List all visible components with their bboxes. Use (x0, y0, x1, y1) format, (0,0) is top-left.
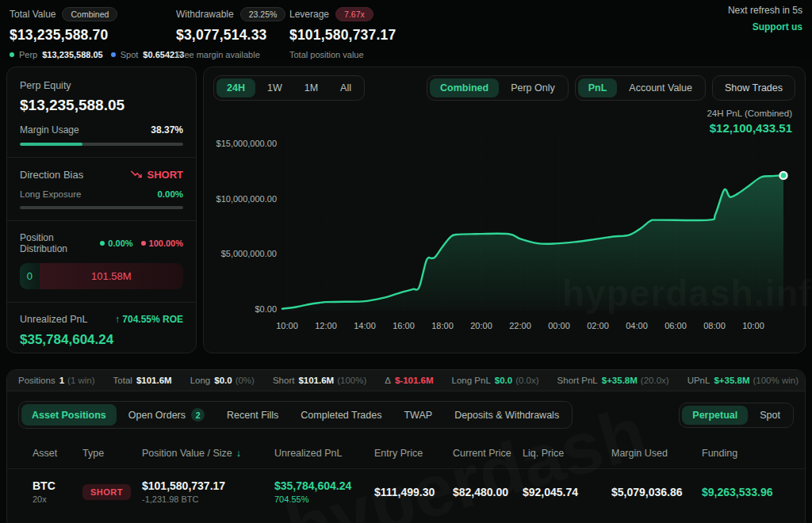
leverage-label: Leverage (289, 9, 329, 20)
distribution-short-segment: 101.58M (40, 263, 183, 289)
direction-bias-label: Direction Bias (20, 169, 83, 181)
col-unrealized-pnl[interactable]: Unrealized PnL (274, 448, 374, 459)
x-axis-tick: 14:00 (354, 321, 376, 330)
summary-label: Short PnL (557, 376, 598, 385)
col-funding[interactable]: Funding (702, 448, 792, 459)
col-position-value[interactable]: Position Value / Size↓ (142, 448, 274, 459)
x-axis-tick: 00:00 (548, 321, 570, 330)
metric-account-value[interactable]: Account Value (619, 78, 703, 97)
position-value: $101,580,737.17 (142, 479, 274, 492)
open-orders-count-badge: 2 (191, 408, 205, 422)
total-value-label: Total Value (10, 9, 56, 20)
short-type-badge: SHORT (82, 484, 131, 500)
metric-selector: PnL Account Value (575, 75, 706, 101)
summary-extra: (0%) (236, 376, 255, 385)
divider (7, 220, 196, 221)
summary-label: Short (273, 376, 295, 385)
positions-table-header: Asset Type Position Value / Size↓ Unreal… (7, 437, 805, 469)
col-type[interactable]: Type (82, 448, 142, 459)
perp-dot-icon (10, 52, 14, 57)
top-stats-bar: Total Value Combined $13,235,588.70 Perp… (0, 0, 812, 60)
tab-twap[interactable]: TWAP (393, 404, 442, 426)
y-axis-tick: $10,000,000.00 (216, 194, 277, 204)
tab-asset-positions[interactable]: Asset Positions (21, 404, 117, 426)
y-axis-tick: $15,000,000.00 (216, 139, 277, 148)
tab-open-orders[interactable]: Open Orders2 (118, 404, 215, 426)
summary-value: $0.0 (495, 376, 512, 385)
roe-value: 704.55% ROE (122, 314, 183, 325)
row-unrealized-pnl: $35,784,604.24 (274, 479, 374, 492)
tab-deposits-withdrawals[interactable]: Deposits & Withdrawals (444, 404, 569, 426)
asset-leverage: 20x (33, 494, 82, 504)
latest-point-marker (779, 172, 787, 179)
short-dot-icon (141, 241, 146, 246)
timeframe-1w[interactable]: 1W (257, 78, 293, 97)
tab-perpetual[interactable]: Perpetual (682, 406, 748, 425)
withdrawable-group: Withdrawable 23.25% $3,077,514.33 Free m… (176, 7, 285, 59)
perp-value: $13,235,588.05 (42, 50, 102, 59)
timeframe-all[interactable]: All (330, 78, 362, 97)
withdrawable-pct-badge: 23.25% (240, 7, 286, 21)
row-entry-price: $111,499.30 (374, 486, 453, 498)
positions-panel: Positions1(1 win) Total$101.6M Long$0.0(… (6, 369, 806, 523)
perp-equity-label: Perp Equity (20, 80, 183, 91)
summary-label: Positions (18, 376, 56, 385)
leverage-sub: Total position value (289, 50, 396, 59)
col-margin-used[interactable]: Margin Used (611, 448, 702, 459)
summary-extra: (100%) (337, 376, 366, 385)
tab-completed-trades[interactable]: Completed Trades (290, 404, 392, 426)
row-funding: $9,263,533.96 (702, 486, 792, 498)
tab-spot[interactable]: Spot (749, 406, 791, 425)
withdrawable-value: $3,077,514.33 (176, 27, 285, 44)
tab-recent-fills[interactable]: Recent Fills (216, 404, 289, 426)
show-trades-button[interactable]: Show Trades (712, 75, 795, 101)
summary-label: Long PnL (452, 376, 491, 385)
scope-combined[interactable]: Combined (430, 78, 499, 97)
pnl-area-chart[interactable]: 10:0012:0014:0016:0018:0020:0022:0000:00… (204, 132, 800, 337)
x-axis-tick: 04:00 (626, 321, 648, 330)
pnl-chart-panel: 24H 1W 1M All Combined Perp Only PnL Acc… (203, 67, 806, 353)
combined-badge: Combined (62, 7, 117, 21)
row-roe: 704.55% (274, 494, 374, 504)
metric-pnl[interactable]: PnL (578, 78, 618, 97)
pnl-caption: 24H PnL (Combined) (707, 109, 792, 118)
summary-label: Δ (385, 376, 391, 385)
position-row-btc[interactable]: BTC 20x SHORT $101,580,737.17 -1,231.98 … (7, 469, 805, 514)
margin-usage-label: Margin Usage (20, 124, 79, 136)
leverage-badge: 7.67x (335, 7, 373, 21)
col-asset[interactable]: Asset (33, 448, 82, 459)
positions-summary-bar: Positions1(1 win) Total$101.6M Long$0.0(… (7, 370, 805, 391)
margin-usage-bar (20, 143, 183, 146)
summary-value: $0.0 (214, 376, 232, 385)
leverage-value: $101,580,737.17 (289, 27, 396, 44)
col-entry-price[interactable]: Entry Price (374, 448, 453, 459)
long-dot-icon (100, 241, 105, 246)
unrealized-pnl-label: Unrealized PnL (20, 314, 87, 325)
withdrawable-sub: Free margin available (176, 50, 285, 59)
margin-usage-fill (20, 143, 82, 146)
divider (7, 302, 196, 303)
x-axis-tick: 12:00 (315, 321, 337, 330)
timeframe-24h[interactable]: 24H (216, 78, 255, 97)
summary-value: $+35.8M (714, 376, 749, 385)
col-liq-price[interactable]: Liq. Price (523, 448, 611, 459)
market-type-selector: Perpetual Spot (679, 403, 794, 428)
summary-label: Long (190, 376, 211, 385)
refresh-countdown: Next refresh in 5s (728, 5, 802, 16)
sort-desc-icon: ↓ (236, 448, 241, 459)
support-us-link[interactable]: Support us (728, 21, 802, 32)
col-current-price[interactable]: Current Price (453, 448, 523, 459)
timeframe-selector: 24H 1W 1M All (213, 75, 365, 101)
margin-usage-pct: 38.37% (151, 124, 183, 136)
summary-value: $101.6M (298, 376, 334, 385)
timeframe-1m[interactable]: 1M (294, 78, 328, 97)
account-stats-panel: Perp Equity $13,235,588.05 Margin Usage … (6, 67, 197, 353)
x-axis-tick: 18:00 (431, 321, 454, 330)
spot-label: Spot (121, 50, 139, 59)
row-margin-used: $5,079,036.86 (611, 486, 702, 498)
roe-up-arrow-icon: ↑ (115, 314, 120, 325)
scope-perp-only[interactable]: Perp Only (500, 78, 565, 97)
position-size: -1,231.98 BTC (142, 494, 274, 504)
trending-down-icon (131, 170, 143, 179)
long-exposure-value: 0.00% (157, 189, 183, 199)
